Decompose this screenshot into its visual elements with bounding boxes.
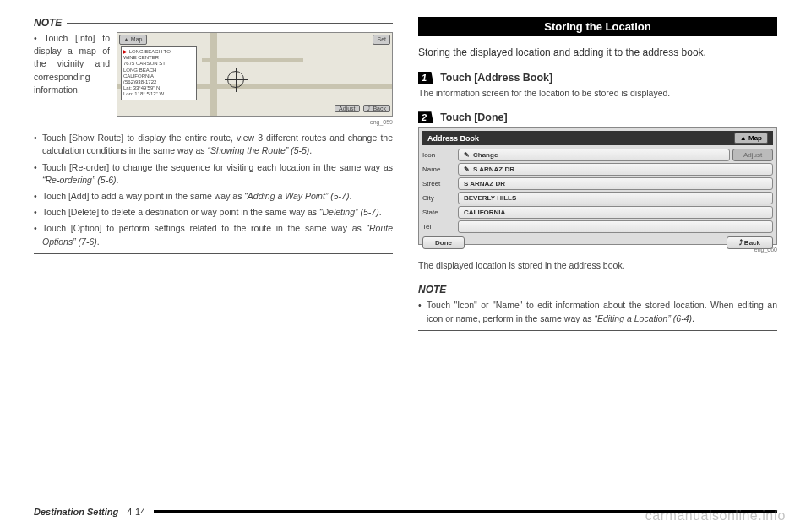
done-button[interactable]: Done (422, 236, 465, 249)
back-button[interactable]: ⤴ Back (363, 105, 390, 112)
bullet-dot: • (34, 206, 42, 219)
pencil-icon: ✎ (464, 166, 470, 173)
adjust-button: Adjust (732, 149, 773, 161)
street-field[interactable]: S ARNAZ DR (458, 177, 773, 190)
bullet-item: • Touch [Re-order] to change the sequenc… (34, 161, 393, 187)
flag-icon: ▶ (123, 49, 128, 54)
field-label: Tel (422, 223, 458, 231)
rule-line (34, 253, 393, 254)
bullet-dot: • (34, 190, 42, 203)
tel-field[interactable] (458, 220, 773, 233)
left-column: NOTE • Touch [Info] to display a map of … (34, 17, 393, 464)
after-image-text: The displayed location is stored in the … (418, 259, 777, 272)
step-number: 1 (418, 72, 433, 84)
footer-page: 4-14 (127, 507, 145, 517)
field-label: State (422, 209, 458, 216)
field-label: City (422, 194, 458, 202)
city-field[interactable]: BEVERLY HILLS (458, 192, 773, 204)
name-field[interactable]: ✎S ARNAZ DR (458, 163, 773, 176)
icon-field[interactable]: ✎Change (458, 149, 730, 161)
step-text: Touch [Done] (440, 111, 508, 123)
note-header-left: NOTE (34, 17, 393, 29)
watermark: carmanualsonline.info (645, 508, 786, 524)
rule-line (67, 23, 393, 24)
step-note: The information screen for the location … (418, 87, 777, 100)
rule-line (451, 290, 777, 290)
bullet-dot: • (418, 299, 427, 324)
pencil-icon: ✎ (464, 151, 470, 159)
section-intro: Storing the displayed location and addin… (418, 45, 777, 60)
step-number: 2 (418, 111, 433, 123)
bullet-item: • Touch [Option] to perform settings rel… (34, 222, 393, 247)
note-label: NOTE (418, 284, 446, 296)
address-book-screenshot: Address Book ▲ Map Icon ✎Change Adjust N… (418, 127, 777, 245)
state-field[interactable]: CALIFORNIA (458, 206, 773, 219)
map-info-panel: ▶ LONG BEACH TO WINE CENTER 7675 CARSON … (121, 46, 197, 100)
crosshair-icon (227, 71, 244, 88)
bullet-dot: • (34, 132, 42, 157)
image-caption: eng_059 (117, 118, 393, 127)
step-text: Touch [Address Book] (440, 72, 552, 84)
note-header-right: NOTE (418, 284, 777, 296)
bullet-item: • Touch [Info] to display a map of the v… (34, 32, 393, 127)
footer-section: Destination Setting (34, 507, 118, 517)
rule-line (418, 330, 777, 331)
bullet-item: • Touch [Add] to add a way point in the … (34, 190, 393, 203)
field-label: Name (422, 166, 458, 173)
step-2: 2 Touch [Done] (418, 111, 777, 123)
step-1: 1 Touch [Address Book] (418, 72, 777, 84)
bullet-item: • Touch [Show Route] to display the enti… (34, 132, 393, 157)
map-button[interactable]: ▲ Map (119, 35, 147, 45)
map-screenshot-1: ▲ Map Set ▶ LONG BEACH TO WINE CENTER 76… (117, 32, 393, 127)
note-body-left: • Touch [Info] to display a map of the v… (34, 32, 393, 248)
bullet-dot: • (34, 222, 42, 247)
map-button[interactable]: ▲ Map (734, 133, 768, 144)
field-label: Icon (422, 151, 458, 159)
right-column: Storing the Location Storing the display… (418, 17, 777, 464)
bullet-item: • Touch "Icon" or "Name" to edit informa… (418, 299, 777, 324)
back-button[interactable]: ⤴ Back (727, 236, 773, 249)
bullet-dot: • (34, 161, 42, 187)
section-title: Storing the Location (418, 17, 777, 36)
adjust-button[interactable]: Adjust (335, 105, 359, 112)
field-label: Street (422, 180, 458, 187)
bullet-item: • Touch [Delete] to delete a destination… (34, 206, 393, 219)
bullet-dot: • (34, 33, 44, 43)
set-button[interactable]: Set (373, 35, 390, 45)
bullet-text: Touch [Info] to display a map of the vic… (34, 33, 110, 95)
note-label: NOTE (34, 17, 62, 29)
address-book-title: Address Book (427, 134, 479, 143)
